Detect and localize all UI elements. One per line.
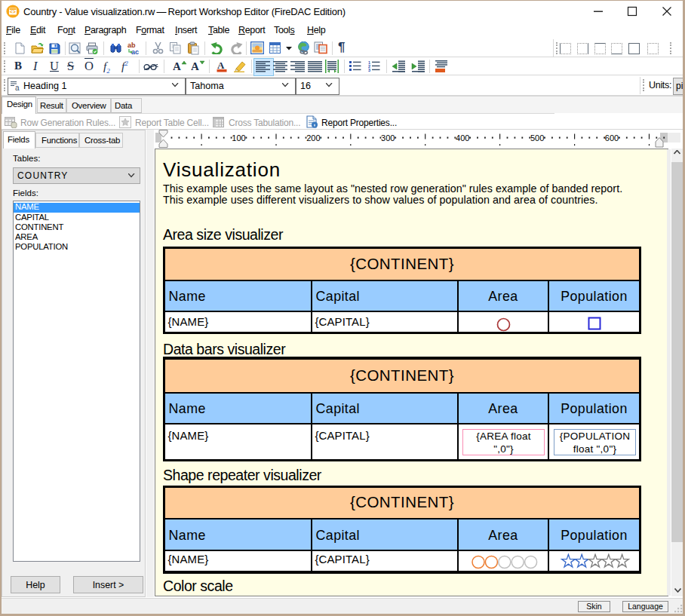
svg-text:100: 100 — [232, 133, 245, 143]
svg-text:3: 3 — [368, 68, 370, 72]
svg-text:600: 600 — [605, 133, 619, 143]
svg-text:A: A — [191, 60, 199, 72]
svg-text:A: A — [217, 60, 225, 71]
svg-text:500: 500 — [530, 133, 544, 143]
svg-text:<>: <> — [10, 9, 16, 14]
svg-text:200: 200 — [306, 133, 320, 143]
svg-text:ac: ac — [131, 48, 139, 55]
svg-text:a: a — [15, 84, 20, 90]
svg-text:400: 400 — [456, 133, 469, 143]
svg-text:A: A — [173, 60, 181, 72]
svg-text:300: 300 — [381, 133, 395, 143]
